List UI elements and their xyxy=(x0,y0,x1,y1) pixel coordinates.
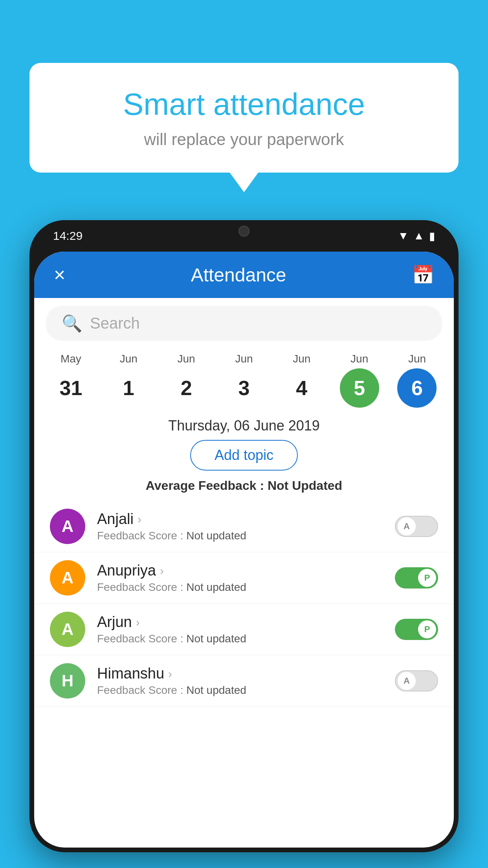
cal-date-number[interactable]: 6 xyxy=(397,368,437,408)
calendar-day[interactable]: May31 xyxy=(47,353,94,408)
student-info: Arjun ›Feedback Score : Not updated xyxy=(97,614,395,645)
status-time: 14:29 xyxy=(53,229,83,243)
student-feedback: Feedback Score : Not updated xyxy=(97,581,395,594)
toggle-switch[interactable]: P xyxy=(395,619,438,640)
calendar-day[interactable]: Jun6 xyxy=(393,353,440,408)
cal-date-number[interactable]: 1 xyxy=(109,368,148,408)
status-icons: ▼ ▲ ▮ xyxy=(398,230,435,243)
cal-month-label: Jun xyxy=(293,353,310,365)
student-feedback: Feedback Score : Not updated xyxy=(97,530,395,542)
student-feedback: Feedback Score : Not updated xyxy=(97,684,395,697)
calendar-day[interactable]: Jun4 xyxy=(278,353,325,408)
student-info: Anjali ›Feedback Score : Not updated xyxy=(97,511,395,542)
avatar: A xyxy=(50,509,85,544)
wifi-icon: ▼ xyxy=(398,230,409,242)
phone-frame: 14:29 ▼ ▲ ▮ × Attendance 📅 🔍 Search May3… xyxy=(29,220,459,852)
cal-date-number[interactable]: 2 xyxy=(167,368,206,408)
cal-date-number[interactable]: 3 xyxy=(224,368,264,408)
list-item[interactable]: AAnupriya ›Feedback Score : Not updatedP xyxy=(34,552,454,604)
cal-date-number[interactable]: 31 xyxy=(51,368,90,408)
cal-month-label: Jun xyxy=(120,353,138,365)
student-info: Anupriya ›Feedback Score : Not updated xyxy=(97,562,395,594)
speech-bubble: Smart attendance will replace your paper… xyxy=(29,63,459,173)
avatar: H xyxy=(50,663,85,699)
speech-bubble-container: Smart attendance will replace your paper… xyxy=(29,63,459,173)
avatar: A xyxy=(50,560,85,596)
avg-feedback-value: Not Updated xyxy=(268,478,342,493)
toggle-thumb: P xyxy=(418,620,436,638)
notch-camera xyxy=(238,226,250,237)
calendar-day[interactable]: Jun1 xyxy=(105,353,152,408)
signal-icon: ▲ xyxy=(413,230,424,242)
speech-bubble-subtitle: will replace your paperwork xyxy=(61,130,427,149)
toggle-thumb: A xyxy=(398,672,416,690)
avg-feedback: Average Feedback : Not Updated xyxy=(34,478,454,501)
cal-month-label: Jun xyxy=(408,353,426,365)
close-button[interactable]: × xyxy=(54,263,65,286)
student-name: Anupriya › xyxy=(97,562,395,579)
phone-notch xyxy=(216,220,272,242)
student-name: Arjun › xyxy=(97,614,395,631)
student-info: Himanshu ›Feedback Score : Not updated xyxy=(97,665,395,697)
toggle-switch[interactable]: A xyxy=(395,670,438,691)
phone-screen: × Attendance 📅 🔍 Search May31Jun1Jun2Jun… xyxy=(34,252,454,848)
list-item[interactable]: AAnjali ›Feedback Score : Not updatedA xyxy=(34,501,454,552)
chevron-right-icon: › xyxy=(138,513,141,526)
feedback-value: Not updated xyxy=(186,684,246,696)
cal-month-label: Jun xyxy=(235,353,253,365)
phone-top-bar: 14:29 ▼ ▲ ▮ xyxy=(29,220,459,252)
battery-icon: ▮ xyxy=(429,230,435,243)
cal-date-number[interactable]: 5 xyxy=(340,368,379,408)
search-icon: 🔍 xyxy=(62,314,82,333)
chevron-right-icon: › xyxy=(168,667,172,680)
list-item[interactable]: AArjun ›Feedback Score : Not updatedP xyxy=(34,604,454,655)
search-bar[interactable]: 🔍 Search xyxy=(46,306,442,341)
feedback-value: Not updated xyxy=(186,530,246,542)
search-input[interactable]: Search xyxy=(90,314,140,332)
cal-date-number[interactable]: 4 xyxy=(282,368,321,408)
feedback-value: Not updated xyxy=(186,633,246,645)
feedback-value: Not updated xyxy=(186,581,246,593)
avg-feedback-label: Average Feedback : xyxy=(146,478,264,493)
app-bar: × Attendance 📅 xyxy=(34,252,454,298)
add-topic-button[interactable]: Add topic xyxy=(190,440,298,471)
cal-month-label: May xyxy=(61,353,81,365)
student-name: Himanshu › xyxy=(97,665,395,682)
chevron-right-icon: › xyxy=(160,564,164,577)
calendar-row: May31Jun1Jun2Jun3Jun4Jun5Jun6 xyxy=(34,349,454,410)
student-name: Anjali › xyxy=(97,511,395,528)
calendar-day[interactable]: Jun5 xyxy=(336,353,383,408)
calendar-day[interactable]: Jun2 xyxy=(163,353,210,408)
toggle-switch[interactable]: A xyxy=(395,516,438,537)
speech-bubble-title: Smart attendance xyxy=(61,86,427,122)
toggle-thumb: P xyxy=(418,569,436,587)
toggle-thumb: A xyxy=(398,517,416,535)
calendar-day[interactable]: Jun3 xyxy=(220,353,268,408)
cal-month-label: Jun xyxy=(178,353,195,365)
attendance-toggle[interactable]: A xyxy=(395,670,438,691)
student-feedback: Feedback Score : Not updated xyxy=(97,633,395,645)
attendance-toggle[interactable]: A xyxy=(395,516,438,537)
attendance-toggle[interactable]: P xyxy=(395,619,438,640)
selected-date-label: Thursday, 06 June 2019 xyxy=(34,410,454,440)
chevron-right-icon: › xyxy=(136,616,140,629)
toggle-switch[interactable]: P xyxy=(395,567,438,588)
list-item[interactable]: HHimanshu ›Feedback Score : Not updatedA xyxy=(34,655,454,707)
students-list: AAnjali ›Feedback Score : Not updatedAAA… xyxy=(34,501,454,848)
attendance-toggle[interactable]: P xyxy=(395,567,438,588)
app-bar-title: Attendance xyxy=(191,264,286,286)
calendar-icon[interactable]: 📅 xyxy=(412,264,434,285)
cal-month-label: Jun xyxy=(350,353,368,365)
avatar: A xyxy=(50,612,85,647)
